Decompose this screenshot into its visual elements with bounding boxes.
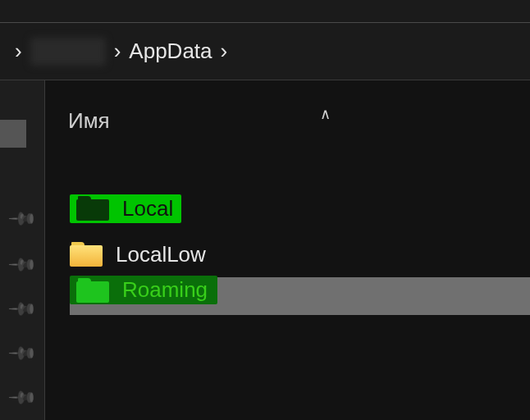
folder-name: LocalLow	[116, 242, 206, 267]
pin-icon[interactable]: 📌	[7, 294, 38, 324]
chevron-right-icon: ›	[221, 39, 228, 64]
chevron-right-icon: ›	[114, 39, 121, 64]
sort-caret-up-icon[interactable]: ∧	[320, 105, 331, 123]
breadcrumb-user-blurred[interactable]	[30, 38, 106, 66]
breadcrumb[interactable]: › › AppData ›	[0, 23, 530, 80]
column-header-name[interactable]: Имя	[68, 108, 110, 134]
pin-icon[interactable]: 📌	[7, 382, 38, 413]
folder-name: Roaming	[122, 277, 208, 303]
folder-row-locallow[interactable]: LocalLow	[70, 231, 530, 277]
folder-row-roaming[interactable]: Roaming	[70, 277, 530, 315]
pin-icon[interactable]: 📌	[7, 338, 38, 368]
pin-icon[interactable]: 📌	[7, 203, 38, 234]
file-list: Имя ∧ Local LocalLow	[45, 80, 530, 420]
folder-name: Local	[122, 196, 173, 221]
folder-icon	[70, 242, 103, 267]
chevron-right-icon: ›	[15, 39, 22, 64]
quick-access-strip: 📌 📌 📌 📌 📌 .pin{filter:grayscale(1) brigh…	[0, 80, 45, 420]
folder-icon	[76, 278, 109, 303]
window-toolbar-strip	[0, 0, 530, 23]
pin-icon[interactable]: 📌	[7, 249, 38, 280]
quick-access-selected-indicator	[0, 120, 26, 148]
file-explorer-main: 📌 📌 📌 📌 📌 .pin{filter:grayscale(1) brigh…	[0, 80, 530, 420]
breadcrumb-segment[interactable]: AppData	[129, 39, 212, 64]
folder-icon	[76, 196, 109, 221]
folder-row-local[interactable]: Local	[70, 185, 530, 231]
